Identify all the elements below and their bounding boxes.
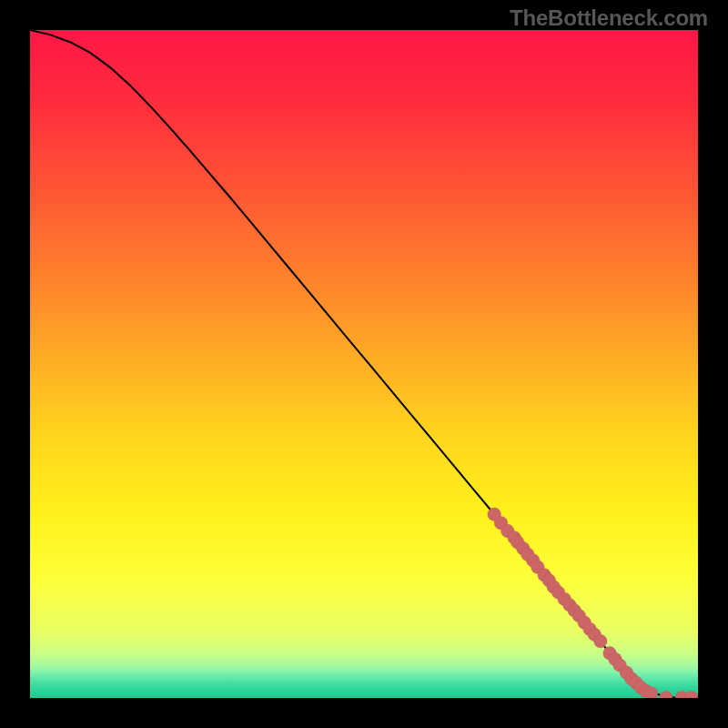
chart-svg	[30, 30, 698, 698]
plot-area	[30, 30, 698, 698]
curve-marker	[594, 634, 607, 647]
attribution-label: TheBottleneck.com	[510, 5, 708, 31]
gradient-background	[30, 30, 698, 698]
curve-marker	[644, 687, 657, 698]
chart-frame: TheBottleneck.com	[0, 0, 728, 728]
